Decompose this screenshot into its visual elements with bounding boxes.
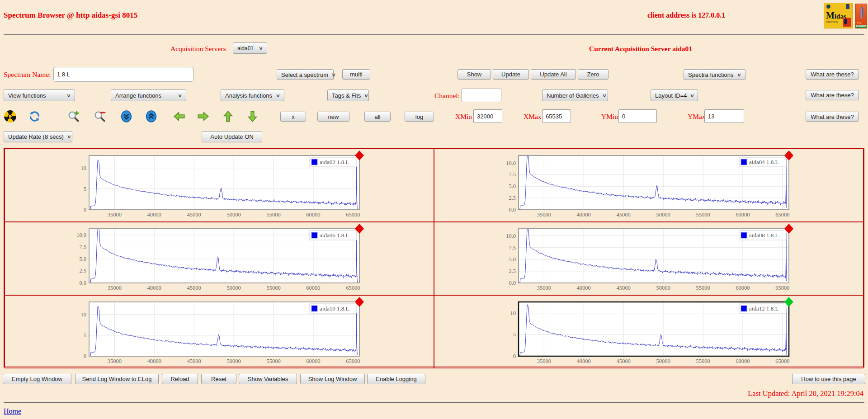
xmin-input[interactable] [473,109,502,123]
svg-text:2.5: 2.5 [509,195,516,201]
zoom-in-icon[interactable] [67,110,80,122]
log-button[interactable]: log [405,112,434,122]
select-spectrum-label: Select a spectrum [281,71,328,78]
footer-divider [4,402,864,403]
select-spectrum-dropdown[interactable]: Select a spectrum ∨ [277,69,334,80]
zero-button[interactable]: Zero [578,69,609,80]
svg-text:55000: 55000 [696,212,710,218]
new-button[interactable]: new [317,112,349,122]
svg-text:aida06 1.8.L: aida06 1.8.L [320,232,349,239]
radiation-icon[interactable] [4,110,16,122]
svg-text:10: 10 [510,310,516,316]
ymin-input[interactable] [618,109,657,123]
xmin-label: XMin [455,113,472,121]
arrow-down-icon[interactable] [246,110,259,122]
update-rate-dropdown[interactable]: Update Rate (8 secs) ∨ [4,131,72,142]
midas-shield-icon [846,4,849,9]
update-rate-label: Update Rate (8 secs) [8,133,64,140]
home-link[interactable]: Home [4,407,21,415]
arrow-right-icon[interactable] [197,110,209,122]
svg-text:55000: 55000 [266,358,280,364]
gallery-cell-aida08[interactable]: 350004000045000500005500060000650000.02.… [434,222,863,295]
show-log-window-button[interactable]: Show Log Window [300,374,365,384]
chevron-down-icon: ∨ [364,93,368,99]
spectrum-chart-aida08: 350004000045000500005500060000650000.02.… [500,223,798,295]
ymin-label: YMin [601,113,618,121]
what-are-these-button-1[interactable]: What are these? [806,69,859,80]
midas-logo[interactable]: MMidasidas powered by [824,3,853,28]
svg-text:10: 10 [81,165,87,171]
all-button[interactable]: all [364,112,391,122]
reset-button[interactable]: Reset [201,374,236,384]
svg-text:5: 5 [513,331,516,338]
update-button[interactable]: Update [493,69,529,80]
empty-log-window-button[interactable]: Empty Log Window [3,374,71,384]
multi-button[interactable]: multi [342,69,370,80]
svg-text:0.0: 0.0 [509,280,516,286]
ymax-label: YMax [688,113,706,121]
gallery-cell-aida02[interactable]: 350004000045000500005500060000650000510a… [5,149,434,222]
spectrum-chart-aida04: 350004000045000500005500060000650000.02.… [500,150,798,221]
gallery-cell-aida04[interactable]: 350004000045000500005500060000650000.02.… [434,149,863,222]
show-variables-button[interactable]: Show Variables [239,374,297,384]
arrow-left-icon[interactable] [173,110,185,122]
arrow-up-icon[interactable] [222,110,234,122]
gallery-cell-aida06[interactable]: 350004000045000500005500060000650000.02.… [5,222,434,295]
chevron-down-icon: ∨ [259,45,263,51]
ymax-input[interactable] [704,109,744,123]
arrange-functions-label: Arrange functions [115,92,161,99]
acquisition-server-select[interactable]: aida01 ∨ [233,42,267,54]
analysis-functions-dropdown[interactable]: Analysis functions ∨ [221,89,284,101]
svg-text:35000: 35000 [108,212,122,218]
xmax-input[interactable] [542,109,571,123]
tags-fits-dropdown[interactable]: Tags & Fits ∨ [327,89,369,101]
svg-text:7.5: 7.5 [509,245,516,251]
spectrum-chart-aida12: 350004000045000500005500060000650000510a… [500,297,798,368]
auto-update-button[interactable]: Auto Update ON [202,131,262,142]
expand-vertical-icon[interactable] [145,110,157,122]
svg-text:2.5: 2.5 [79,268,86,274]
spectra-functions-dropdown[interactable]: Spectra functions ∨ [684,69,745,80]
svg-text:50000: 50000 [656,285,670,291]
gallery-cell-aida10[interactable]: 350004000045000500005500060000650000510a… [5,295,434,368]
how-to-use-button[interactable]: How to use this page [792,374,865,384]
refresh-icon[interactable] [28,110,41,122]
gallery-cell-aida12[interactable]: 350004000045000500005500060000650000510a… [434,295,863,368]
svg-text:aida08 1.8.L: aida08 1.8.L [749,232,778,239]
what-are-these-button-3[interactable]: What are these? [806,112,859,122]
what-are-these-button-2[interactable]: What are these? [806,90,859,100]
zoom-out-icon[interactable] [94,110,106,122]
layout-id-label: Layout ID=4 [655,92,687,99]
update-all-button[interactable]: Update All [531,69,576,80]
xmax-label: XMax [524,113,542,121]
chevron-down-icon: ∨ [67,134,71,140]
svg-text:50000: 50000 [226,212,241,218]
show-button[interactable]: Show [458,69,491,80]
send-log-to-elog-button[interactable]: Send Log Window to ELog [75,374,159,384]
spectrum-chart-aida10: 350004000045000500005500060000650000510a… [70,297,368,368]
x-scale-button[interactable]: x [280,112,306,122]
chevron-down-icon: ∨ [178,93,182,99]
client-address-text: client address is 127.0.0.1 [647,11,725,19]
chevron-down-icon: ∨ [602,93,606,99]
arrange-functions-dropdown[interactable]: Arrange functions ∨ [111,89,186,101]
analysis-functions-label: Analysis functions [225,92,272,99]
layout-id-dropdown[interactable]: Layout ID=4 ∨ [651,89,698,101]
svg-text:aida12 1.8.L: aida12 1.8.L [749,305,778,312]
number-of-galleries-label: Number of Galleries [547,92,599,99]
svg-text:65000: 65000 [775,358,789,364]
collapse-vertical-icon[interactable] [120,110,132,122]
svg-text:50000: 50000 [226,285,241,291]
chevron-down-icon: ∨ [66,93,71,99]
view-functions-dropdown[interactable]: View functions ∨ [4,89,75,101]
svg-text:55000: 55000 [696,285,710,291]
spectrum-name-input[interactable] [53,67,193,82]
channel-input[interactable] [462,89,501,102]
tcl-powered-logo[interactable]: TCL POWERED [855,4,867,28]
number-of-galleries-dropdown[interactable]: Number of Galleries ∨ [542,89,608,101]
reload-button[interactable]: Reload [162,374,198,384]
svg-text:65000: 65000 [346,358,360,364]
svg-text:35000: 35000 [537,285,551,291]
svg-text:35000: 35000 [537,212,551,218]
enable-logging-button[interactable]: Enable Logging [367,374,425,384]
